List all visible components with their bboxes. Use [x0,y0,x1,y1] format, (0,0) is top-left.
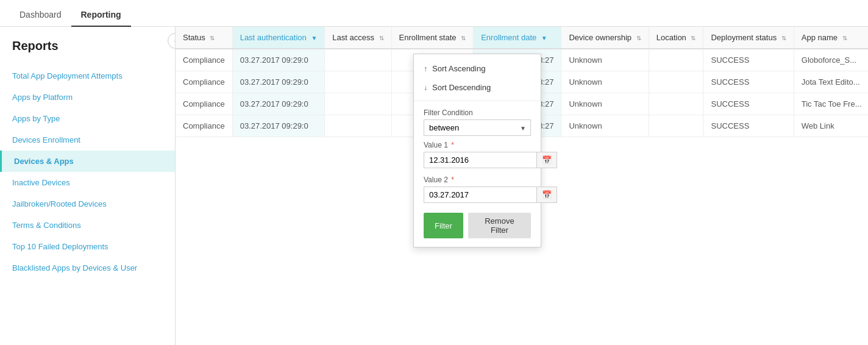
sort-ascending-item[interactable]: ↑ Sort Ascending [414,59,541,78]
remove-filter-button[interactable]: Remove Filter [468,213,531,238]
sidebar: Reports ‹ Total App Deployment Attempts … [0,27,176,345]
value2-input[interactable] [424,187,537,203]
sort-icon-app-name: ⇅ [842,35,847,41]
column-filter-popup: ↑ Sort Ascending ↓ Sort Descending Filte… [413,54,541,247]
cell-location-2 [649,93,703,115]
sort-desc-icon: ↓ [424,84,427,92]
cell-deployment-status-0: SUCCESS [703,49,794,71]
col-label-location: Location [656,33,686,42]
sidebar-item-devices-enrollment[interactable]: Devices Enrollment [0,129,175,151]
sort-icon-enrollment-date: ▼ [541,35,547,41]
sidebar-item-blacklisted[interactable]: Blacklisted Apps by Devices & User [0,257,175,279]
cell-location-3 [649,115,703,137]
cell-app-name-2: Tic Tac Toe Fre... [794,93,868,115]
table-header-row: Status ⇅ Last authentication ▼ Last acce… [176,27,868,49]
cell-location-0 [649,49,703,71]
cell-app-name-3: Web Link [794,115,868,137]
sort-icon-last-access: ⇅ [379,35,384,41]
cell-app-name-1: Jota Text Edito... [794,71,868,93]
cell-status-0: Compliance [176,49,232,71]
sort-icon-device-ownership: ⇅ [636,35,641,41]
col-label-device-ownership: Device ownership [569,33,631,42]
cell-deployment-status-1: SUCCESS [703,71,794,93]
filter-condition-label: Filter Condition [424,108,531,117]
col-header-app-name[interactable]: App name ⇅ [794,27,868,49]
value1-required: * [451,141,454,149]
filter-condition-section: Filter Condition between equals before a… [414,105,541,172]
col-label-app-name: App name [802,33,838,42]
filter-condition-select[interactable]: between equals before after [424,119,531,136]
col-label-last-access: Last access [332,33,374,42]
sidebar-title: Reports [0,39,175,65]
sidebar-item-inactive[interactable]: Inactive Devices [0,172,175,193]
content-area: Status ⇅ Last authentication ▼ Last acce… [176,27,868,345]
value1-label: Value 1 * [424,141,531,149]
cell-status-2: Compliance [176,93,232,115]
col-header-deployment-status[interactable]: Deployment status ⇅ [703,27,794,49]
cell-device-ownership-3: Unknown [561,115,649,137]
cell-last-access-2 [325,93,391,115]
cell-deployment-status-3: SUCCESS [703,115,794,137]
col-header-enrollment-date[interactable]: Enrollment date ▼ [474,27,561,49]
sort-ascending-label: Sort Ascending [432,64,485,73]
col-label-deployment-status: Deployment status [711,33,777,42]
value2-section: Value 2 * 📅 [414,172,541,207]
sidebar-item-top10[interactable]: Top 10 Failed Deployments [0,236,175,257]
cell-deployment-status-2: SUCCESS [703,93,794,115]
sidebar-item-apps-type[interactable]: Apps by Type [0,108,175,129]
tab-reporting[interactable]: Reporting [71,4,131,27]
col-header-enrollment-state[interactable]: Enrollment state ⇅ [391,27,474,49]
value2-label: Value 2 * [424,176,531,184]
cell-app-name-0: Globoforce_S... [794,49,868,71]
sidebar-item-jailbroken[interactable]: Jailbroken/Rooted Devices [0,193,175,215]
value1-input[interactable] [424,152,537,168]
cell-status-1: Compliance [176,71,232,93]
sidebar-item-devices-apps[interactable]: Devices & Apps [0,151,175,172]
col-header-last-access[interactable]: Last access ⇅ [325,27,391,49]
cell-location-1 [649,71,703,93]
sidebar-item-total-app[interactable]: Total App Deployment Attempts [0,65,175,87]
value2-calendar-button[interactable]: 📅 [537,187,557,203]
col-label-last-auth: Last authentication [240,33,307,42]
col-header-last-auth[interactable]: Last authentication ▼ [232,27,325,49]
tab-dashboard[interactable]: Dashboard [10,4,71,27]
cell-device-ownership-2: Unknown [561,93,649,115]
value1-calendar-button[interactable]: 📅 [537,152,557,168]
value1-input-wrap: 📅 [424,152,531,168]
main-layout: Reports ‹ Total App Deployment Attempts … [0,27,868,345]
cell-last-auth-3: 03.27.2017 09:29:0 [232,115,325,137]
col-header-location[interactable]: Location ⇅ [649,27,703,49]
value2-input-wrap: 📅 [424,187,531,203]
sort-icon-enrollment-state: ⇅ [461,35,466,41]
popup-actions: Filter Remove Filter [414,207,541,242]
cell-last-auth-1: 03.27.2017 09:29:0 [232,71,325,93]
col-header-device-ownership[interactable]: Device ownership ⇅ [561,27,649,49]
top-nav: Dashboard Reporting [0,0,868,27]
cell-last-auth-2: 03.27.2017 09:29:0 [232,93,325,115]
sort-descending-label: Sort Descending [432,83,491,92]
cell-device-ownership-0: Unknown [561,49,649,71]
cell-last-access-1 [325,71,391,93]
col-label-enrollment-state: Enrollment state [399,33,457,42]
sort-asc-icon: ↑ [424,65,427,73]
sort-icon-location: ⇅ [691,35,695,41]
cell-last-access-0 [325,49,391,71]
sort-descending-item[interactable]: ↓ Sort Descending [414,78,541,97]
value2-required: * [451,176,454,184]
col-label-status: Status [183,33,205,42]
cell-last-access-3 [325,115,391,137]
popup-divider [414,101,541,101]
sort-icon-deployment-status: ⇅ [781,35,786,41]
cell-device-ownership-1: Unknown [561,71,649,93]
col-label-enrollment-date: Enrollment date [481,33,536,42]
cell-last-auth-0: 03.27.2017 09:29:0 [232,49,325,71]
cell-status-3: Compliance [176,115,232,137]
filter-button[interactable]: Filter [424,213,463,238]
filter-condition-select-wrap: between equals before after ▼ [424,119,531,136]
sort-icon-last-auth: ▼ [311,35,317,41]
sidebar-item-apps-platform[interactable]: Apps by Platform [0,87,175,108]
col-header-status[interactable]: Status ⇅ [176,27,232,49]
sort-icon-status: ⇅ [210,35,215,41]
sidebar-item-terms[interactable]: Terms & Conditions [0,215,175,236]
